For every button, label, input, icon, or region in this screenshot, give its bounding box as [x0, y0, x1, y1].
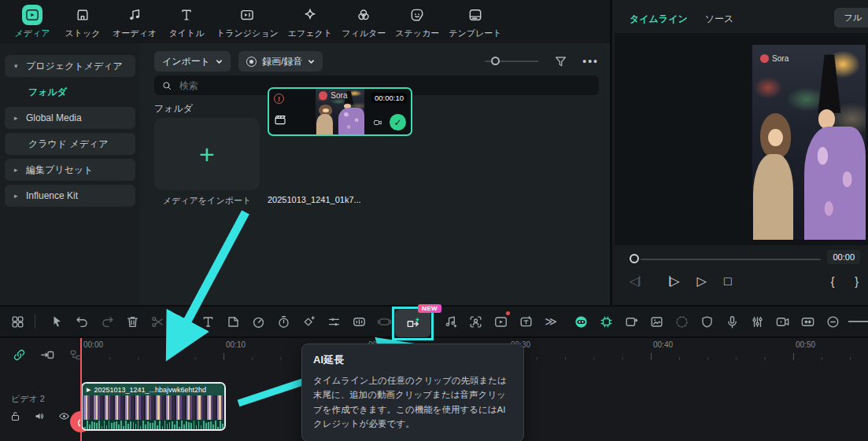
link-clips-icon[interactable] — [6, 341, 31, 368]
tab-stock[interactable]: ストック — [58, 5, 107, 39]
delete-trash-icon[interactable] — [120, 308, 145, 335]
adjust-sliders-icon[interactable] — [321, 308, 346, 335]
scrubber-knob[interactable] — [630, 254, 639, 263]
more-tools-icon[interactable]: ≫ — [538, 308, 563, 335]
ai-audio-icon[interactable] — [438, 308, 463, 335]
timeline-clip[interactable]: ▶ 20251013_1241_...hbajvwk6eht2hd — [81, 382, 226, 431]
mute-speaker-icon[interactable] — [34, 410, 46, 422]
record-button[interactable]: 録画/録音 — [238, 51, 323, 72]
ai-extend-button[interactable] — [395, 310, 430, 337]
preview-quality-icon[interactable] — [770, 308, 795, 335]
tab-filter[interactable]: フィルター — [338, 5, 390, 39]
export-clip-icon[interactable] — [619, 308, 644, 335]
split-scissors-icon[interactable] — [145, 308, 170, 335]
tab-template[interactable]: テンプレート — [445, 5, 505, 39]
magnet-link-icon[interactable] — [35, 341, 60, 368]
lock-icon[interactable] — [9, 410, 21, 422]
visibility-eye-icon[interactable] — [58, 410, 70, 422]
sora-watermark: Sora — [319, 91, 347, 100]
text-tool-icon[interactable] — [195, 308, 220, 335]
sidebar-item-project-media[interactable]: ▾ プロジェクトメディア — [5, 55, 135, 77]
ai-portrait-icon[interactable] — [463, 308, 488, 335]
media-toolbar: インポート 録画/録音 ••• — [154, 50, 599, 72]
timer-icon[interactable] — [271, 308, 296, 335]
preview-stage: Sora — [615, 33, 868, 245]
tooltip-title: AI延長 — [313, 353, 512, 367]
media-view-tools: ••• — [485, 48, 599, 75]
camera-icon[interactable] — [369, 114, 386, 130]
previous-frame-button[interactable]: ◁▏ — [630, 274, 646, 288]
tab-sticker[interactable]: ステッカー — [391, 5, 443, 39]
mask-icon[interactable] — [220, 308, 246, 335]
sora-watermark: Sora — [760, 54, 789, 63]
sidebar-item-influence-kit[interactable]: ▸ Influence Kit — [5, 185, 135, 207]
media-clip-card[interactable]: Sora ! 00:00:10 ✓ — [268, 87, 412, 136]
play-button[interactable]: ▷ — [697, 274, 707, 288]
tab-transition[interactable]: トランジション — [212, 5, 283, 39]
tab-effect[interactable]: エフェクト — [284, 5, 336, 39]
audio-mixer-icon[interactable] — [744, 308, 770, 335]
duration-badge: 00:00:10 — [371, 93, 407, 103]
filter-circles-icon — [353, 5, 374, 25]
timeline-clip-label: 20251013_1241_...hbajvwk6eht2hd — [94, 386, 206, 394]
text-to-speech-icon[interactable] — [513, 308, 538, 335]
sidebar-item-cloud-media[interactable]: クラウド メディア — [5, 133, 135, 155]
ai-chip-icon[interactable] — [593, 308, 619, 335]
folder-section-title: フォルダ — [154, 102, 193, 116]
track-manager-icon[interactable] — [63, 341, 88, 368]
speed-icon[interactable] — [246, 308, 271, 335]
tab-preview-source[interactable]: ソース — [705, 13, 734, 26]
sidebar-item-global-media[interactable]: ▸ Global Media — [5, 107, 135, 129]
filter-funnel-icon[interactable] — [552, 48, 568, 75]
triangle-right-icon: ▸ — [14, 166, 20, 174]
chevron-down-icon — [216, 58, 223, 65]
clip-waveform — [83, 420, 224, 429]
render-preview-icon[interactable] — [669, 308, 694, 335]
tab-media-label: メディア — [14, 28, 50, 39]
next-frame-button[interactable]: ▕▷ — [663, 274, 680, 288]
preview-scrubber: 00:00 — [630, 253, 860, 266]
fullscreen-button[interactable]: フル — [834, 8, 868, 28]
import-card-label: メディアをインポート — [154, 195, 260, 207]
triangle-right-icon: ▸ — [14, 114, 20, 122]
tab-preview-timeline[interactable]: タイムライン — [630, 13, 688, 26]
mark-in-button[interactable]: { — [831, 275, 835, 288]
template-icon — [465, 5, 486, 25]
track-label: ビデオ 2 — [11, 393, 45, 405]
playhead-line[interactable] — [80, 338, 82, 441]
shield-icon[interactable] — [694, 308, 719, 335]
undo-icon[interactable] — [69, 308, 94, 335]
timeline-zoom-slider[interactable] — [848, 321, 868, 322]
audio-effect-icon[interactable] — [346, 308, 371, 335]
crop-icon[interactable] — [170, 308, 195, 335]
preview-video: Sora — [752, 45, 866, 240]
voiceover-mic-icon[interactable] — [719, 308, 744, 335]
sidebar-item-folder[interactable]: フォルダ — [5, 81, 135, 103]
keyframe-icon[interactable] — [296, 308, 321, 335]
zoom-out-icon[interactable] — [820, 308, 845, 335]
fit-timeline-icon[interactable] — [795, 308, 820, 335]
sidebar-item-edit-presets[interactable]: ▸ 編集プリセット — [5, 159, 135, 181]
music-note-icon — [124, 5, 145, 25]
screen-record-icon[interactable] — [488, 308, 513, 335]
stop-button[interactable]: □ — [724, 274, 732, 288]
import-button[interactable]: インポート — [154, 51, 231, 72]
select-cursor-icon[interactable] — [44, 308, 69, 335]
tab-media[interactable]: メディア — [8, 5, 57, 39]
tab-audio[interactable]: オーディオ — [109, 5, 161, 39]
play-icon: ▶ — [87, 387, 90, 393]
snapshot-icon[interactable] — [644, 308, 669, 335]
mark-out-button[interactable]: } — [855, 275, 859, 288]
triangle-right-icon: ▸ — [14, 192, 20, 200]
divider — [35, 314, 44, 329]
media-panel: インポート 録画/録音 ••• フォルダ + — [140, 43, 610, 305]
redo-icon[interactable] — [94, 308, 120, 335]
scrubber-track[interactable] — [641, 259, 821, 260]
apps-grid-icon[interactable] — [5, 308, 30, 335]
import-media-card[interactable]: + — [154, 118, 260, 190]
ai-copilot-icon[interactable] — [568, 308, 593, 335]
tab-title[interactable]: タイトル — [162, 5, 211, 39]
slider-knob[interactable] — [491, 57, 500, 65]
more-options-icon[interactable]: ••• — [582, 55, 599, 68]
thumbnail-size-slider[interactable] — [485, 56, 538, 67]
